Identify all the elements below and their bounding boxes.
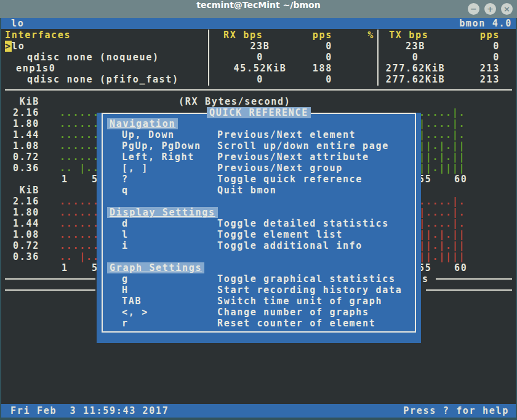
shortcut-desc: Toggle quick reference bbox=[217, 174, 363, 185]
tx-graph-cells: ||.|.|| bbox=[419, 240, 465, 251]
section-header: Graph Settings bbox=[107, 262, 204, 273]
selected-element-label: lo bbox=[11, 18, 24, 29]
y-tick-label: 0.36 bbox=[5, 251, 39, 262]
shortcut-key: r bbox=[122, 318, 129, 329]
x-tick-label: 60 bbox=[454, 174, 467, 185]
statusbar-help-hint: Press ? for help bbox=[386, 404, 509, 418]
y-tick-label: 1.80 bbox=[5, 118, 39, 129]
shortcut-desc: Switch time unit of graph bbox=[217, 296, 382, 307]
interface-name: qdisc none (noqueue) bbox=[27, 52, 159, 63]
shortcut-key: TAB bbox=[122, 296, 142, 307]
shortcut-key: Up, Down bbox=[122, 129, 175, 140]
rx-graph-cells: ||.|.|| bbox=[419, 151, 465, 163]
section-divider bbox=[426, 289, 512, 291]
section-divider bbox=[436, 278, 512, 280]
tx-pps-cell: 213 bbox=[451, 63, 500, 74]
shortcut-key: Left, Right bbox=[122, 151, 194, 163]
rx-pps-cell: 0 bbox=[283, 41, 332, 52]
tx-graph-cells: ...... bbox=[60, 229, 99, 240]
section-divider bbox=[5, 289, 95, 291]
y-tick-label: 1.44 bbox=[5, 218, 39, 229]
shortcut-key: l bbox=[122, 229, 129, 240]
tx-graph-cells: ||.|||| bbox=[419, 251, 465, 262]
shortcut-key: g bbox=[122, 273, 129, 285]
y-tick-label: 1.44 bbox=[5, 129, 39, 140]
table-bottom-divider bbox=[5, 89, 512, 91]
y-tick-label: 1.08 bbox=[5, 140, 39, 151]
x-tick-label: 1 bbox=[62, 174, 68, 185]
col-interfaces: Interfaces bbox=[5, 30, 71, 41]
rx-graph-cells: ...... bbox=[60, 118, 99, 129]
rx-graph-cells: .. |.. bbox=[60, 163, 99, 174]
interface-name: qdisc none (pfifo_fast) bbox=[27, 74, 179, 85]
tx-pps-cell: 0 bbox=[451, 52, 500, 63]
tx-graph-unit: KiB bbox=[5, 185, 39, 196]
tx-pps-cell: 213 bbox=[451, 74, 500, 85]
rx-graph-cells: |....|. bbox=[419, 118, 465, 129]
window-title: tecmint@TecMint ~/bmon bbox=[0, 0, 517, 18]
rx-graph-cells: ...... bbox=[60, 107, 99, 118]
selection-cursor: > bbox=[5, 41, 12, 52]
x-tick-label: 1 bbox=[62, 262, 68, 273]
rx-pps-cell: 0 bbox=[283, 74, 332, 85]
tx-graph-cells: ...... bbox=[60, 207, 99, 218]
y-tick-label: 0.72 bbox=[5, 240, 39, 251]
rx-graph-cells: |....|. bbox=[419, 129, 465, 140]
interface-name: enp1s0 bbox=[16, 63, 55, 74]
col-tx-bps: TX bps bbox=[389, 30, 428, 41]
statusbar-clock: Fri Feb 3 11:59:43 2017 bbox=[10, 404, 169, 418]
shortcut-key: d bbox=[122, 218, 129, 229]
shortcut-key: i bbox=[122, 240, 129, 251]
col-rx-bps: RX bps bbox=[223, 30, 263, 41]
tx-graph-cells: .. |.. bbox=[60, 251, 99, 262]
shortcut-desc: Previous/Next attribute bbox=[217, 151, 369, 163]
tx-bps-cell: 0 bbox=[375, 52, 455, 63]
shortcut-desc: Toggle element list bbox=[217, 229, 343, 240]
shortcut-desc: Toggle additional info bbox=[217, 240, 363, 251]
tx-graph-cells: ...... bbox=[60, 218, 99, 229]
bmon-version-label: bmon 4.0 bbox=[435, 18, 512, 29]
section-header: Display Settings bbox=[107, 207, 218, 218]
y-tick-label: 0.36 bbox=[5, 163, 39, 174]
tx-graph-cells: |....|. bbox=[419, 207, 465, 218]
shortcut-key: ? bbox=[122, 174, 129, 185]
col-percent: % bbox=[345, 30, 374, 41]
shortcut-desc: Reset counter of element bbox=[217, 318, 376, 329]
tx-bps-cell: 277.62KiB bbox=[375, 74, 455, 85]
tx-graph-cells: |....|. bbox=[419, 218, 465, 229]
shortcut-desc: Quit bmon bbox=[217, 185, 277, 196]
shortcut-desc: Previous/Next group bbox=[217, 163, 343, 174]
rx-graph-cells: ||.|.|| bbox=[419, 140, 465, 151]
maximize-button-icon[interactable]: + bbox=[484, 3, 496, 15]
dialog-title: QUICK REFERENCE bbox=[97, 107, 421, 118]
shortcut-key: q bbox=[122, 185, 129, 196]
interface-name: lo bbox=[12, 41, 25, 52]
y-tick-label: 2.16 bbox=[5, 196, 39, 207]
shortcut-key: PgUp, PgDown bbox=[122, 140, 201, 151]
shortcut-desc: Scroll up/down entire page bbox=[217, 140, 389, 151]
rx-pps-cell: 188 bbox=[283, 63, 332, 74]
shortcut-key: <, > bbox=[122, 307, 148, 318]
titlebar[interactable]: tecmint@TecMint ~/bmon − + × bbox=[0, 0, 517, 18]
y-tick-label: 0.72 bbox=[5, 151, 39, 163]
minimize-button-icon[interactable]: − bbox=[468, 3, 479, 15]
tx-graph-cells: .....|. bbox=[419, 196, 465, 207]
tx-bps-cell: 23B bbox=[375, 41, 455, 52]
section-header: Navigation bbox=[107, 118, 178, 129]
tx-pps-cell: 0 bbox=[451, 41, 500, 52]
shortcut-desc: Toggle detailed statistics bbox=[217, 218, 389, 229]
rx-graph-cells: ...... bbox=[60, 140, 99, 151]
bmon-topbar: lo bmon 4.0 bbox=[1, 18, 516, 29]
shortcut-key: H bbox=[122, 285, 129, 296]
rx-pps-cell: 0 bbox=[283, 52, 332, 63]
x-tick-label: 60 bbox=[454, 262, 467, 273]
shortcut-desc: Start recording history data bbox=[217, 285, 402, 296]
col-rx-pps: pps bbox=[283, 30, 332, 41]
rx-graph-cells: .....|. bbox=[419, 107, 465, 118]
close-button-icon[interactable]: × bbox=[501, 3, 513, 15]
y-tick-label: 1.08 bbox=[5, 229, 39, 240]
rx-graph-cells: ...... bbox=[60, 129, 99, 140]
shortcut-desc: Toggle graphical statistics bbox=[217, 273, 396, 285]
hidden-text-fragment: s bbox=[422, 273, 429, 285]
tx-graph-cells: ...... bbox=[60, 196, 99, 207]
